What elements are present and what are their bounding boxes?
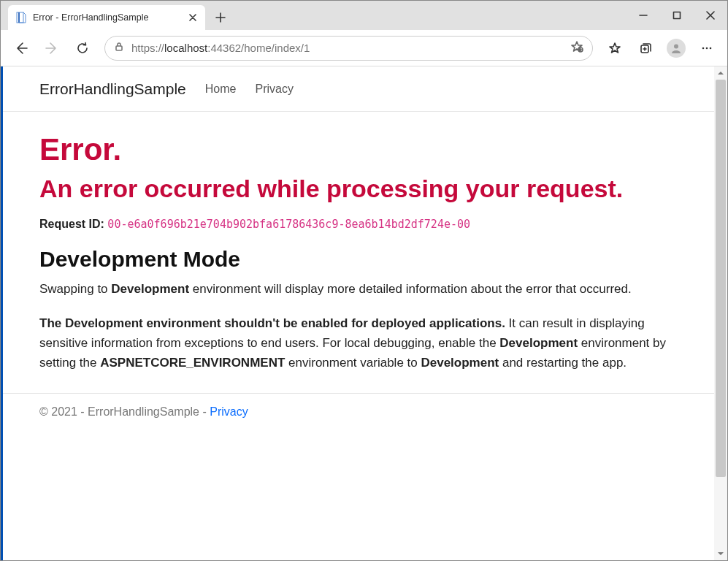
site-brand[interactable]: ErrorHandlingSample <box>39 80 186 98</box>
svg-point-7 <box>702 47 705 49</box>
browser-window: Error - ErrorHandlingSample <box>0 0 728 561</box>
page-content: ErrorHandlingSample Home Privacy Error. … <box>3 66 714 560</box>
scroll-down-arrow[interactable] <box>714 547 727 560</box>
page-favicon <box>15 12 27 23</box>
svg-point-8 <box>706 47 708 49</box>
vertical-scrollbar[interactable] <box>714 66 727 560</box>
url-scheme: https:// <box>131 42 164 54</box>
svg-rect-2 <box>674 12 681 19</box>
svg-rect-1 <box>18 12 20 23</box>
back-button[interactable] <box>8 35 34 61</box>
svg-point-6 <box>674 44 678 48</box>
window-close-button[interactable] <box>694 1 727 30</box>
new-tab-button[interactable] <box>210 7 231 28</box>
titlebar: Error - ErrorHandlingSample <box>1 1 727 30</box>
forward-button[interactable] <box>39 35 65 61</box>
page-viewport: ErrorHandlingSample Home Privacy Error. … <box>1 66 727 560</box>
refresh-button[interactable] <box>69 35 96 61</box>
site-footer: © 2021 - ErrorHandlingSample - Privacy <box>3 393 714 430</box>
request-id-value: 00-e6a0f696b21e704b902bfa61786436c9-8ea6… <box>107 218 470 231</box>
svg-rect-3 <box>116 46 122 50</box>
url-rest: :44362/home/index/1 <box>207 42 310 54</box>
scroll-track[interactable] <box>714 80 727 547</box>
request-id-label: Request ID: <box>39 218 104 230</box>
request-id-line: Request ID: 00-e6a0f696b21e704b902bfa617… <box>39 218 678 231</box>
lock-icon <box>114 42 124 55</box>
tab-title: Error - ErrorHandlingSample <box>33 12 180 23</box>
add-favorite-icon[interactable] <box>570 40 583 56</box>
window-controls <box>627 1 727 30</box>
window-minimize-button[interactable] <box>627 1 660 30</box>
more-button[interactable] <box>694 35 720 61</box>
window-maximize-button[interactable] <box>660 1 694 30</box>
url-host: localhost <box>164 42 207 54</box>
dev-mode-heading: Development Mode <box>39 247 678 272</box>
address-bar[interactable]: https://localhost:44362/home/index/1 <box>104 36 593 61</box>
browser-tab[interactable]: Error - ErrorHandlingSample <box>8 5 205 30</box>
main-content: Error. An error occurred while processin… <box>3 112 714 373</box>
nav-privacy-link[interactable]: Privacy <box>255 83 293 96</box>
dev-paragraph-2: The Development environment shouldn't be… <box>39 313 678 373</box>
collections-button[interactable] <box>632 35 659 61</box>
error-subtitle: An error occurred while processing your … <box>39 173 678 205</box>
profile-button[interactable] <box>663 35 689 61</box>
scroll-up-arrow[interactable] <box>714 66 727 80</box>
error-title: Error. <box>39 132 678 167</box>
favorites-button[interactable] <box>602 35 628 61</box>
svg-point-9 <box>710 47 712 49</box>
svg-rect-0 <box>17 12 23 23</box>
nav-home-link[interactable]: Home <box>205 83 237 96</box>
tab-close-button[interactable] <box>186 11 199 24</box>
avatar-icon <box>667 39 686 58</box>
browser-toolbar: https://localhost:44362/home/index/1 <box>1 30 727 66</box>
url-text: https://localhost:44362/home/index/1 <box>131 42 310 54</box>
dev-paragraph-1: Swapping to Development environment will… <box>39 279 678 299</box>
site-navbar: ErrorHandlingSample Home Privacy <box>3 66 714 112</box>
footer-copyright: © 2021 - ErrorHandlingSample - <box>39 405 210 418</box>
scroll-thumb[interactable] <box>716 80 726 477</box>
footer-privacy-link[interactable]: Privacy <box>210 405 248 418</box>
